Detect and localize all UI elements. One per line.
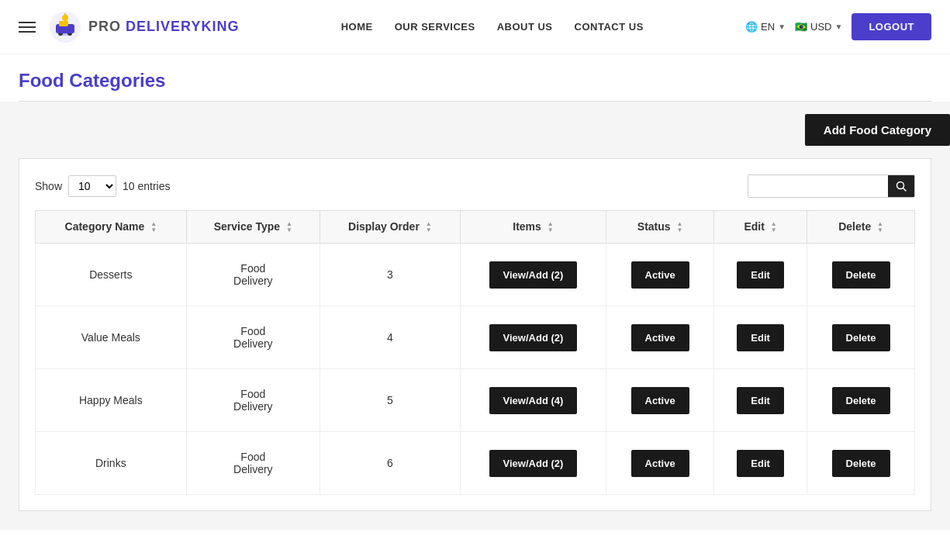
food-categories-table: Category Name ▲▼ Service Type ▲▼ Display… (35, 210, 915, 495)
page-title: Food Categories (19, 54, 931, 101)
cell-display-order: 5 (320, 369, 461, 432)
currency-chevron-icon: ▼ (834, 22, 842, 31)
cell-status: Active (606, 369, 714, 432)
main-nav: HOME OUR SERVICES ABOUT US CONTACT US (341, 21, 644, 33)
cell-service-type: FoodDelivery (186, 244, 320, 306)
col-header-status[interactable]: Status ▲▼ (606, 211, 714, 244)
entries-select[interactable]: 10 25 50 100 (68, 175, 116, 197)
show-entries: Show 10 25 50 100 10 entries (35, 175, 171, 197)
cell-service-type: FoodDelivery (186, 432, 320, 495)
cell-items: View/Add (2) (460, 306, 606, 369)
action-bar: Add Food Category (0, 102, 950, 158)
currency-selector[interactable]: 🇧🇷 USD ▼ (795, 21, 842, 33)
show-label: Show (35, 180, 62, 192)
table-container: Show 10 25 50 100 10 entries (19, 158, 931, 511)
cell-service-type: FoodDelivery (186, 306, 320, 369)
svg-line-9 (903, 188, 907, 192)
delete-button[interactable]: Delete (832, 324, 890, 351)
nav-home[interactable]: HOME (341, 21, 373, 33)
edit-button[interactable]: Edit (737, 387, 784, 414)
cell-category-name: Happy Meals (36, 369, 187, 432)
edit-button[interactable]: Edit (737, 261, 784, 289)
table-row: Desserts FoodDelivery 3 View/Add (2) Act… (36, 244, 915, 306)
search-box (748, 175, 915, 198)
lang-chevron-icon: ▼ (778, 22, 786, 31)
sort-icon: ▲▼ (771, 221, 777, 233)
cell-edit: Edit (714, 244, 807, 306)
add-food-category-button[interactable]: Add Food Category (805, 114, 950, 146)
cell-items: View/Add (4) (460, 369, 606, 432)
cell-edit: Edit (714, 432, 807, 495)
view-add-button[interactable]: View/Add (2) (489, 450, 578, 477)
table-controls: Show 10 25 50 100 10 entries (35, 175, 915, 198)
table-row: Drinks FoodDelivery 6 View/Add (2) Activ… (36, 432, 915, 495)
sort-icon: ▲▼ (426, 221, 432, 233)
cell-status: Active (606, 432, 714, 495)
sort-icon: ▲▼ (150, 221, 157, 233)
cell-delete: Delete (807, 306, 915, 369)
cell-edit: Edit (714, 306, 807, 369)
status-button[interactable]: Active (631, 450, 689, 477)
entries-label: 10 entries (123, 180, 170, 192)
edit-button[interactable]: Edit (737, 450, 784, 477)
cell-service-type: FoodDelivery (186, 369, 320, 432)
header-right: 🌐 EN ▼ 🇧🇷 USD ▼ LOGOUT (745, 13, 931, 40)
view-add-button[interactable]: View/Add (2) (489, 261, 578, 289)
status-button[interactable]: Active (631, 261, 689, 289)
cell-delete: Delete (807, 369, 915, 432)
col-header-category-name[interactable]: Category Name ▲▼ (36, 211, 187, 244)
cell-delete: Delete (807, 432, 915, 495)
header: PRO DELIVERYKING HOME OUR SERVICES ABOUT… (0, 0, 950, 54)
currency-code: USD (810, 21, 831, 33)
table-row: Happy Meals FoodDelivery 5 View/Add (4) … (36, 369, 915, 432)
cell-delete: Delete (807, 244, 915, 306)
logo-image (48, 10, 82, 44)
delete-button[interactable]: Delete (832, 261, 890, 289)
delete-button[interactable]: Delete (832, 450, 890, 477)
sort-icon: ▲▼ (676, 221, 682, 233)
cell-category-name: Drinks (36, 432, 187, 495)
nav-about-us[interactable]: ABOUT US (497, 21, 553, 33)
cell-status: Active (606, 244, 714, 306)
delete-button[interactable]: Delete (832, 387, 890, 414)
logo-text: PRO DELIVERYKING (88, 19, 239, 35)
status-button[interactable]: Active (631, 324, 689, 351)
status-button[interactable]: Active (631, 387, 689, 414)
sort-icon: ▲▼ (286, 221, 292, 233)
cell-display-order: 6 (320, 432, 461, 495)
col-header-delete[interactable]: Delete ▲▼ (807, 211, 915, 244)
currency-flag: 🇧🇷 (795, 21, 807, 33)
sort-icon: ▲▼ (548, 221, 554, 233)
view-add-button[interactable]: View/Add (4) (489, 387, 578, 414)
table-row: Value Meals FoodDelivery 4 View/Add (2) … (36, 306, 915, 369)
language-code: EN (761, 21, 775, 33)
language-selector[interactable]: 🌐 EN ▼ (745, 21, 786, 33)
hamburger-icon[interactable] (19, 22, 36, 33)
col-header-display-order[interactable]: Display Order ▲▼ (320, 211, 461, 244)
cell-category-name: Value Meals (36, 306, 187, 369)
cell-items: View/Add (2) (460, 244, 606, 306)
col-header-items[interactable]: Items ▲▼ (460, 211, 606, 244)
svg-point-6 (62, 15, 68, 21)
edit-button[interactable]: Edit (737, 324, 784, 351)
search-button[interactable] (888, 175, 914, 197)
cell-items: View/Add (2) (460, 432, 606, 495)
logo[interactable]: PRO DELIVERYKING (48, 10, 239, 44)
table-header-row: Category Name ▲▼ Service Type ▲▼ Display… (36, 211, 915, 244)
search-input[interactable] (748, 175, 888, 197)
nav-contact-us[interactable]: CONTACT US (575, 21, 644, 33)
cell-display-order: 4 (320, 306, 461, 369)
globe-icon: 🌐 (745, 21, 758, 33)
search-icon (896, 181, 907, 192)
header-left: PRO DELIVERYKING (19, 10, 239, 44)
col-header-service-type[interactable]: Service Type ▲▼ (186, 211, 320, 244)
page-content: Food Categories (0, 54, 950, 102)
cell-edit: Edit (714, 369, 807, 432)
cell-category-name: Desserts (36, 244, 187, 306)
logout-button[interactable]: LOGOUT (852, 13, 931, 40)
sort-icon: ▲▼ (877, 221, 883, 233)
svg-rect-5 (59, 21, 68, 26)
col-header-edit[interactable]: Edit ▲▼ (714, 211, 807, 244)
nav-our-services[interactable]: OUR SERVICES (395, 21, 475, 33)
view-add-button[interactable]: View/Add (2) (489, 324, 578, 351)
